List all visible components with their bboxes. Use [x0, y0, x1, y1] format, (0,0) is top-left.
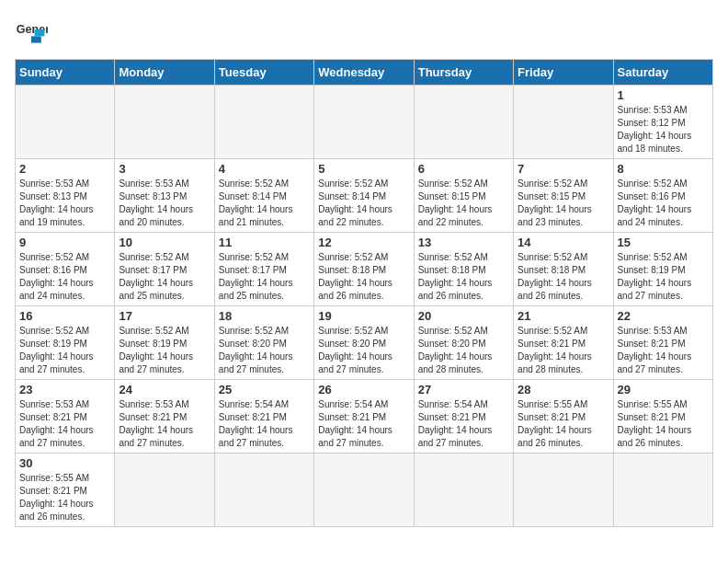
calendar-cell: 1Sunrise: 5:53 AM Sunset: 8:12 PM Daylig… [613, 86, 712, 159]
day-header-friday: Friday [514, 60, 613, 86]
calendar-week-row: 23Sunrise: 5:53 AM Sunset: 8:21 PM Dayli… [16, 380, 713, 454]
calendar-cell: 2Sunrise: 5:53 AM Sunset: 8:13 PM Daylig… [16, 159, 115, 233]
calendar-week-row: 1Sunrise: 5:53 AM Sunset: 8:12 PM Daylig… [16, 86, 713, 159]
day-info: Sunrise: 5:55 AM Sunset: 8:21 PM Dayligh… [618, 398, 709, 450]
day-number: 4 [219, 162, 310, 176]
day-info: Sunrise: 5:52 AM Sunset: 8:18 PM Dayligh… [418, 251, 509, 303]
day-number: 16 [19, 309, 110, 323]
svg-marker-2 [35, 29, 45, 36]
day-info: Sunrise: 5:52 AM Sunset: 8:18 PM Dayligh… [318, 251, 409, 303]
day-number: 28 [518, 383, 609, 396]
calendar-header-row: SundayMondayTuesdayWednesdayThursdayFrid… [16, 60, 713, 86]
day-number: 19 [318, 309, 409, 323]
calendar-cell: 12Sunrise: 5:52 AM Sunset: 8:18 PM Dayli… [314, 233, 414, 306]
day-number: 6 [418, 162, 509, 176]
day-info: Sunrise: 5:55 AM Sunset: 8:21 PM Dayligh… [518, 398, 609, 450]
day-number: 17 [119, 309, 210, 323]
day-number: 9 [19, 236, 110, 249]
day-info: Sunrise: 5:52 AM Sunset: 8:19 PM Dayligh… [618, 251, 709, 303]
day-number: 11 [219, 236, 310, 249]
day-number: 2 [19, 162, 110, 176]
day-number: 22 [618, 309, 709, 323]
day-info: Sunrise: 5:54 AM Sunset: 8:21 PM Dayligh… [219, 398, 310, 450]
calendar-cell: 11Sunrise: 5:52 AM Sunset: 8:17 PM Dayli… [214, 233, 313, 306]
day-number: 8 [618, 162, 709, 176]
day-info: Sunrise: 5:54 AM Sunset: 8:21 PM Dayligh… [418, 398, 509, 450]
day-info: Sunrise: 5:53 AM Sunset: 8:21 PM Dayligh… [119, 398, 210, 450]
calendar-cell: 10Sunrise: 5:52 AM Sunset: 8:17 PM Dayli… [115, 233, 214, 306]
day-info: Sunrise: 5:52 AM Sunset: 8:16 PM Dayligh… [19, 251, 110, 303]
calendar-cell [115, 86, 214, 159]
calendar-cell [115, 454, 214, 527]
calendar-cell: 18Sunrise: 5:52 AM Sunset: 8:20 PM Dayli… [214, 306, 313, 380]
logo-icon: General [15, 15, 48, 48]
calendar-week-row: 9Sunrise: 5:52 AM Sunset: 8:16 PM Daylig… [16, 233, 713, 306]
day-info: Sunrise: 5:52 AM Sunset: 8:20 PM Dayligh… [318, 325, 409, 376]
day-number: 25 [219, 383, 310, 396]
day-info: Sunrise: 5:52 AM Sunset: 8:19 PM Dayligh… [119, 325, 210, 376]
calendar-cell: 17Sunrise: 5:52 AM Sunset: 8:19 PM Dayli… [115, 306, 214, 380]
header: General [15, 15, 713, 48]
calendar-week-row: 16Sunrise: 5:52 AM Sunset: 8:19 PM Dayli… [16, 306, 713, 380]
calendar-week-row: 2Sunrise: 5:53 AM Sunset: 8:13 PM Daylig… [16, 159, 713, 233]
calendar-cell: 24Sunrise: 5:53 AM Sunset: 8:21 PM Dayli… [115, 380, 214, 454]
day-header-tuesday: Tuesday [214, 60, 313, 86]
calendar-cell [613, 454, 712, 527]
calendar-cell: 5Sunrise: 5:52 AM Sunset: 8:14 PM Daylig… [314, 159, 414, 233]
calendar-cell [414, 454, 513, 527]
day-number: 10 [119, 236, 210, 249]
day-number: 27 [418, 383, 509, 396]
calendar-cell: 4Sunrise: 5:52 AM Sunset: 8:14 PM Daylig… [214, 159, 313, 233]
day-info: Sunrise: 5:52 AM Sunset: 8:17 PM Dayligh… [119, 251, 210, 303]
calendar-cell: 23Sunrise: 5:53 AM Sunset: 8:21 PM Dayli… [16, 380, 115, 454]
day-info: Sunrise: 5:52 AM Sunset: 8:15 PM Dayligh… [518, 178, 609, 229]
calendar-cell: 26Sunrise: 5:54 AM Sunset: 8:21 PM Dayli… [314, 380, 414, 454]
day-header-thursday: Thursday [414, 60, 513, 86]
calendar-cell: 9Sunrise: 5:52 AM Sunset: 8:16 PM Daylig… [16, 233, 115, 306]
calendar-cell: 27Sunrise: 5:54 AM Sunset: 8:21 PM Dayli… [414, 380, 513, 454]
calendar-cell: 7Sunrise: 5:52 AM Sunset: 8:15 PM Daylig… [514, 159, 613, 233]
calendar-cell: 16Sunrise: 5:52 AM Sunset: 8:19 PM Dayli… [16, 306, 115, 380]
day-number: 18 [219, 309, 310, 323]
day-info: Sunrise: 5:52 AM Sunset: 8:19 PM Dayligh… [19, 325, 110, 376]
calendar-cell: 20Sunrise: 5:52 AM Sunset: 8:20 PM Dayli… [414, 306, 513, 380]
day-number: 3 [119, 162, 210, 176]
logo: General [15, 15, 51, 48]
day-info: Sunrise: 5:52 AM Sunset: 8:14 PM Dayligh… [318, 178, 409, 229]
svg-marker-1 [31, 36, 41, 42]
calendar-cell [214, 86, 313, 159]
calendar-cell [314, 454, 414, 527]
day-number: 7 [518, 162, 609, 176]
day-header-monday: Monday [115, 60, 214, 86]
day-info: Sunrise: 5:52 AM Sunset: 8:17 PM Dayligh… [219, 251, 310, 303]
calendar-cell: 19Sunrise: 5:52 AM Sunset: 8:20 PM Dayli… [314, 306, 414, 380]
calendar-cell: 3Sunrise: 5:53 AM Sunset: 8:13 PM Daylig… [115, 159, 214, 233]
day-info: Sunrise: 5:53 AM Sunset: 8:13 PM Dayligh… [19, 178, 110, 229]
day-info: Sunrise: 5:53 AM Sunset: 8:21 PM Dayligh… [19, 398, 110, 450]
day-number: 15 [618, 236, 709, 249]
calendar-cell [514, 454, 613, 527]
day-info: Sunrise: 5:52 AM Sunset: 8:14 PM Dayligh… [219, 178, 310, 229]
day-info: Sunrise: 5:52 AM Sunset: 8:18 PM Dayligh… [518, 251, 609, 303]
calendar-cell: 25Sunrise: 5:54 AM Sunset: 8:21 PM Dayli… [214, 380, 313, 454]
calendar-week-row: 30Sunrise: 5:55 AM Sunset: 8:21 PM Dayli… [16, 454, 713, 527]
day-number: 12 [318, 236, 409, 249]
day-info: Sunrise: 5:52 AM Sunset: 8:20 PM Dayligh… [418, 325, 509, 376]
day-number: 5 [318, 162, 409, 176]
day-info: Sunrise: 5:55 AM Sunset: 8:21 PM Dayligh… [19, 472, 110, 523]
calendar-cell: 22Sunrise: 5:53 AM Sunset: 8:21 PM Dayli… [613, 306, 712, 380]
calendar-cell [16, 86, 115, 159]
day-number: 24 [119, 383, 210, 396]
day-number: 23 [19, 383, 110, 396]
calendar-cell: 30Sunrise: 5:55 AM Sunset: 8:21 PM Dayli… [16, 454, 115, 527]
day-info: Sunrise: 5:54 AM Sunset: 8:21 PM Dayligh… [318, 398, 409, 450]
day-header-wednesday: Wednesday [314, 60, 414, 86]
day-number: 20 [418, 309, 509, 323]
day-info: Sunrise: 5:52 AM Sunset: 8:15 PM Dayligh… [418, 178, 509, 229]
day-info: Sunrise: 5:53 AM Sunset: 8:12 PM Dayligh… [618, 104, 709, 155]
calendar-table: SundayMondayTuesdayWednesdayThursdayFrid… [15, 59, 713, 527]
calendar-cell: 29Sunrise: 5:55 AM Sunset: 8:21 PM Dayli… [613, 380, 712, 454]
day-number: 30 [19, 456, 110, 470]
calendar-cell: 8Sunrise: 5:52 AM Sunset: 8:16 PM Daylig… [613, 159, 712, 233]
day-info: Sunrise: 5:52 AM Sunset: 8:20 PM Dayligh… [219, 325, 310, 376]
